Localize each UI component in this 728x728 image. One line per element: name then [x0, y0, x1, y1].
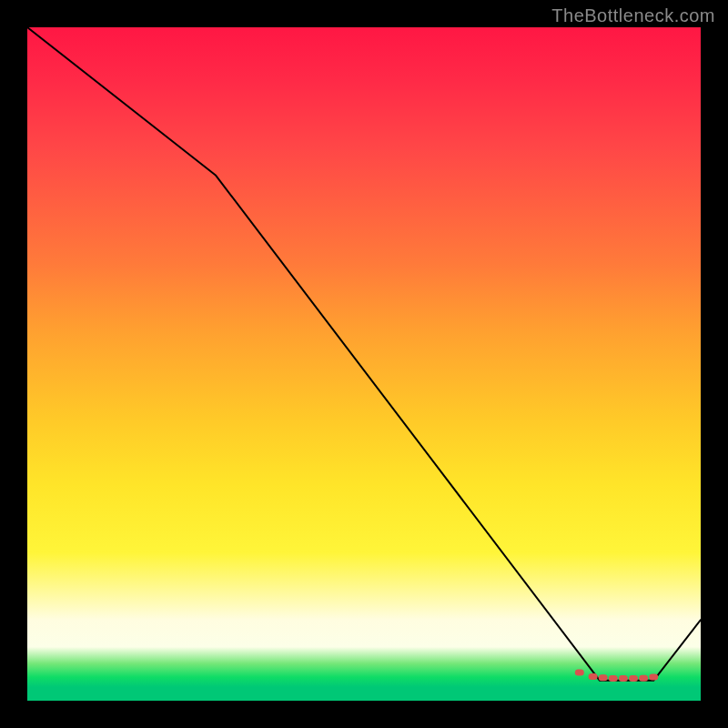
marker-dot	[619, 675, 628, 682]
marker-dot	[649, 674, 658, 681]
watermark-text: TheBottleneck.com	[551, 5, 715, 26]
chart-stage: TheBottleneck.com	[0, 0, 728, 728]
bottom-cluster-markers	[575, 669, 658, 682]
plot-area	[27, 27, 701, 701]
marker-dot	[609, 675, 618, 682]
marker-dot	[629, 675, 638, 682]
marker-dot	[599, 674, 608, 681]
marker-dot	[575, 669, 584, 675]
chart-overlay	[27, 27, 701, 701]
marker-dot	[639, 675, 648, 682]
marker-dot	[589, 673, 598, 680]
curve-line	[27, 27, 701, 681]
